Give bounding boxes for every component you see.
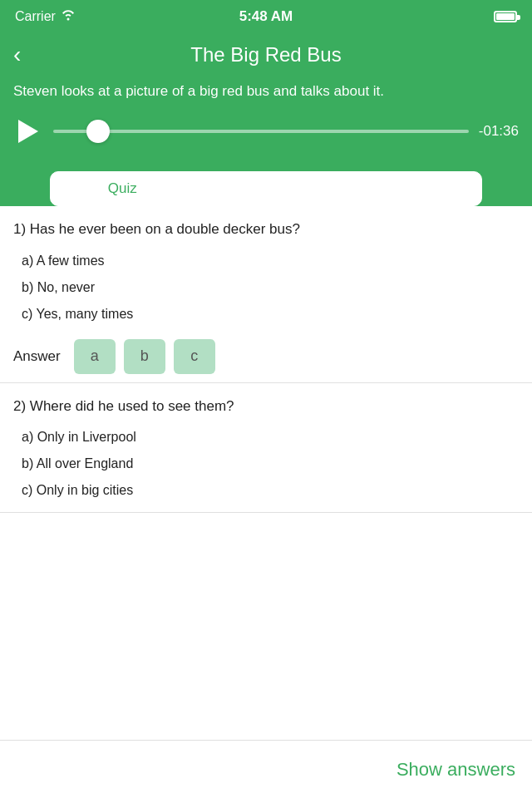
question-2-option-a: a) Only in Liverpool: [13, 424, 519, 451]
question-block-2: 2) Where did he used to see them? a) Onl…: [0, 383, 532, 514]
battery-area: [494, 11, 517, 22]
audio-track[interactable]: [53, 130, 469, 133]
answer-label-1: Answer: [13, 348, 61, 365]
tab-script[interactable]: Script: [195, 172, 338, 205]
audio-description: Steven looks at a picture of a big red b…: [13, 81, 519, 101]
question-2-option-b: b) All over England: [13, 451, 519, 477]
audio-time: -01:36: [479, 123, 519, 140]
audio-section: Steven looks at a picture of a big red b…: [0, 81, 532, 171]
status-bar: Carrier 5:48 AM: [0, 0, 532, 33]
header: ‹ The Big Red Bus: [0, 33, 532, 81]
tab-vocabulary[interactable]: Vocabulary: [337, 172, 481, 205]
tabs: Quiz Script Vocabulary: [50, 171, 482, 206]
audio-thumb[interactable]: [86, 120, 110, 143]
answer-btn-a[interactable]: a: [74, 339, 116, 374]
question-1-option-b: b) No, never: [13, 274, 519, 301]
question-2-text: 2) Where did he used to see them?: [13, 397, 519, 416]
bottom-bar: Show answers: [0, 740, 532, 798]
status-time: 5:48 AM: [239, 8, 293, 25]
quiz-content: 1) Has he ever been on a double decker b…: [0, 206, 532, 785]
answer-btn-c[interactable]: c: [174, 339, 215, 374]
question-1-option-c: c) Yes, many times: [13, 301, 519, 328]
question-1-answer-row: Answer a b c: [13, 339, 519, 374]
status-left: Carrier: [15, 9, 76, 24]
audio-player: -01:36: [13, 116, 519, 146]
carrier-text: Carrier: [15, 9, 56, 24]
tabs-container: Quiz Script Vocabulary: [0, 171, 532, 206]
play-icon: [18, 120, 38, 143]
show-answers-button[interactable]: Show answers: [397, 759, 515, 781]
play-button[interactable]: [13, 116, 43, 146]
question-1-text: 1) Has he ever been on a double decker b…: [13, 219, 519, 239]
question-2-option-c: c) Only in big cities: [13, 477, 519, 504]
wifi-icon: [61, 9, 76, 24]
question-block-1: 1) Has he ever been on a double decker b…: [0, 206, 532, 383]
answer-btn-b[interactable]: b: [124, 339, 165, 374]
tab-quiz[interactable]: Quiz: [51, 172, 195, 205]
page-title: The Big Red Bus: [190, 43, 341, 66]
question-1-option-a: a) A few times: [13, 248, 519, 274]
battery-icon: [494, 11, 517, 22]
back-button[interactable]: ‹: [13, 43, 21, 66]
